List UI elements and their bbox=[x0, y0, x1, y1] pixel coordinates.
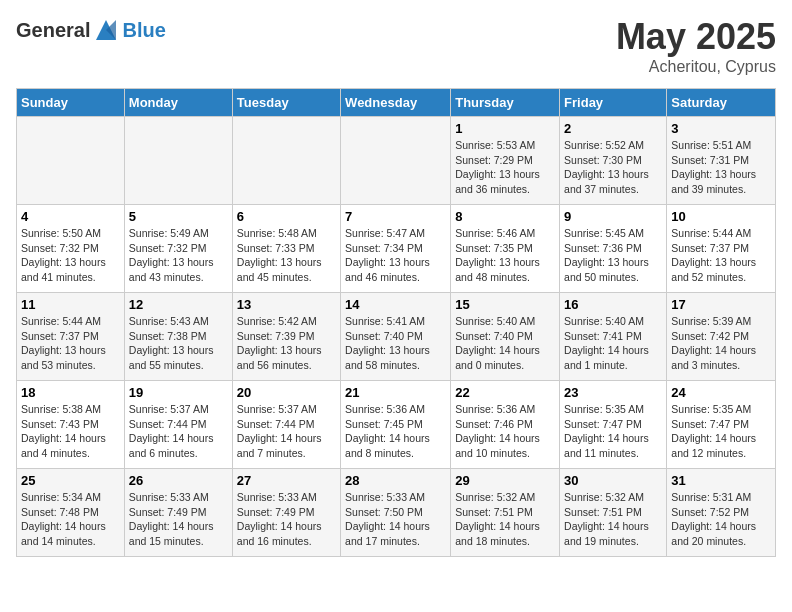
day-number: 11 bbox=[21, 297, 120, 312]
calendar-cell: 2Sunrise: 5:52 AMSunset: 7:30 PMDaylight… bbox=[560, 117, 667, 205]
calendar-cell: 29Sunrise: 5:32 AMSunset: 7:51 PMDayligh… bbox=[451, 469, 560, 557]
day-info: Sunrise: 5:46 AMSunset: 7:35 PMDaylight:… bbox=[455, 226, 555, 285]
day-info: Sunrise: 5:50 AMSunset: 7:32 PMDaylight:… bbox=[21, 226, 120, 285]
calendar-cell: 26Sunrise: 5:33 AMSunset: 7:49 PMDayligh… bbox=[124, 469, 232, 557]
day-number: 3 bbox=[671, 121, 771, 136]
calendar-header-row: SundayMondayTuesdayWednesdayThursdayFrid… bbox=[17, 89, 776, 117]
header-cell-wednesday: Wednesday bbox=[341, 89, 451, 117]
calendar-cell: 1Sunrise: 5:53 AMSunset: 7:29 PMDaylight… bbox=[451, 117, 560, 205]
day-info: Sunrise: 5:48 AMSunset: 7:33 PMDaylight:… bbox=[237, 226, 336, 285]
logo: General Blue bbox=[16, 16, 166, 44]
calendar-cell: 17Sunrise: 5:39 AMSunset: 7:42 PMDayligh… bbox=[667, 293, 776, 381]
day-info: Sunrise: 5:51 AMSunset: 7:31 PMDaylight:… bbox=[671, 138, 771, 197]
day-number: 2 bbox=[564, 121, 662, 136]
day-number: 9 bbox=[564, 209, 662, 224]
day-info: Sunrise: 5:45 AMSunset: 7:36 PMDaylight:… bbox=[564, 226, 662, 285]
header-cell-sunday: Sunday bbox=[17, 89, 125, 117]
calendar-cell: 23Sunrise: 5:35 AMSunset: 7:47 PMDayligh… bbox=[560, 381, 667, 469]
day-number: 5 bbox=[129, 209, 228, 224]
calendar-cell: 15Sunrise: 5:40 AMSunset: 7:40 PMDayligh… bbox=[451, 293, 560, 381]
day-info: Sunrise: 5:35 AMSunset: 7:47 PMDaylight:… bbox=[671, 402, 771, 461]
day-number: 4 bbox=[21, 209, 120, 224]
day-number: 23 bbox=[564, 385, 662, 400]
calendar-cell: 4Sunrise: 5:50 AMSunset: 7:32 PMDaylight… bbox=[17, 205, 125, 293]
day-number: 1 bbox=[455, 121, 555, 136]
header-cell-friday: Friday bbox=[560, 89, 667, 117]
calendar-week-row: 4Sunrise: 5:50 AMSunset: 7:32 PMDaylight… bbox=[17, 205, 776, 293]
calendar-cell: 12Sunrise: 5:43 AMSunset: 7:38 PMDayligh… bbox=[124, 293, 232, 381]
day-number: 30 bbox=[564, 473, 662, 488]
day-info: Sunrise: 5:31 AMSunset: 7:52 PMDaylight:… bbox=[671, 490, 771, 549]
calendar-cell bbox=[17, 117, 125, 205]
day-info: Sunrise: 5:32 AMSunset: 7:51 PMDaylight:… bbox=[455, 490, 555, 549]
logo-icon bbox=[92, 16, 120, 44]
day-number: 15 bbox=[455, 297, 555, 312]
day-number: 19 bbox=[129, 385, 228, 400]
day-info: Sunrise: 5:49 AMSunset: 7:32 PMDaylight:… bbox=[129, 226, 228, 285]
header-cell-thursday: Thursday bbox=[451, 89, 560, 117]
day-info: Sunrise: 5:40 AMSunset: 7:41 PMDaylight:… bbox=[564, 314, 662, 373]
calendar-week-row: 1Sunrise: 5:53 AMSunset: 7:29 PMDaylight… bbox=[17, 117, 776, 205]
day-number: 18 bbox=[21, 385, 120, 400]
day-info: Sunrise: 5:33 AMSunset: 7:49 PMDaylight:… bbox=[237, 490, 336, 549]
calendar-cell: 18Sunrise: 5:38 AMSunset: 7:43 PMDayligh… bbox=[17, 381, 125, 469]
day-number: 28 bbox=[345, 473, 446, 488]
calendar-cell: 14Sunrise: 5:41 AMSunset: 7:40 PMDayligh… bbox=[341, 293, 451, 381]
calendar-cell: 10Sunrise: 5:44 AMSunset: 7:37 PMDayligh… bbox=[667, 205, 776, 293]
header-cell-monday: Monday bbox=[124, 89, 232, 117]
calendar-week-row: 18Sunrise: 5:38 AMSunset: 7:43 PMDayligh… bbox=[17, 381, 776, 469]
day-info: Sunrise: 5:42 AMSunset: 7:39 PMDaylight:… bbox=[237, 314, 336, 373]
header-cell-saturday: Saturday bbox=[667, 89, 776, 117]
day-number: 6 bbox=[237, 209, 336, 224]
calendar-cell: 11Sunrise: 5:44 AMSunset: 7:37 PMDayligh… bbox=[17, 293, 125, 381]
day-number: 21 bbox=[345, 385, 446, 400]
day-info: Sunrise: 5:36 AMSunset: 7:45 PMDaylight:… bbox=[345, 402, 446, 461]
calendar-cell: 20Sunrise: 5:37 AMSunset: 7:44 PMDayligh… bbox=[232, 381, 340, 469]
calendar-location: Acheritou, Cyprus bbox=[616, 58, 776, 76]
calendar-cell: 16Sunrise: 5:40 AMSunset: 7:41 PMDayligh… bbox=[560, 293, 667, 381]
day-number: 12 bbox=[129, 297, 228, 312]
day-number: 22 bbox=[455, 385, 555, 400]
day-info: Sunrise: 5:41 AMSunset: 7:40 PMDaylight:… bbox=[345, 314, 446, 373]
calendar-week-row: 11Sunrise: 5:44 AMSunset: 7:37 PMDayligh… bbox=[17, 293, 776, 381]
calendar-cell: 24Sunrise: 5:35 AMSunset: 7:47 PMDayligh… bbox=[667, 381, 776, 469]
day-number: 25 bbox=[21, 473, 120, 488]
day-number: 10 bbox=[671, 209, 771, 224]
day-number: 17 bbox=[671, 297, 771, 312]
day-number: 20 bbox=[237, 385, 336, 400]
calendar-cell: 3Sunrise: 5:51 AMSunset: 7:31 PMDaylight… bbox=[667, 117, 776, 205]
calendar-cell: 19Sunrise: 5:37 AMSunset: 7:44 PMDayligh… bbox=[124, 381, 232, 469]
calendar-title-block: May 2025 Acheritou, Cyprus bbox=[616, 16, 776, 76]
calendar-cell: 9Sunrise: 5:45 AMSunset: 7:36 PMDaylight… bbox=[560, 205, 667, 293]
calendar-cell bbox=[124, 117, 232, 205]
calendar-cell: 7Sunrise: 5:47 AMSunset: 7:34 PMDaylight… bbox=[341, 205, 451, 293]
page-header: General Blue May 2025 Acheritou, Cyprus bbox=[16, 16, 776, 76]
day-number: 31 bbox=[671, 473, 771, 488]
day-number: 14 bbox=[345, 297, 446, 312]
day-info: Sunrise: 5:53 AMSunset: 7:29 PMDaylight:… bbox=[455, 138, 555, 197]
calendar-month-title: May 2025 bbox=[616, 16, 776, 58]
calendar-cell: 31Sunrise: 5:31 AMSunset: 7:52 PMDayligh… bbox=[667, 469, 776, 557]
day-number: 16 bbox=[564, 297, 662, 312]
day-info: Sunrise: 5:39 AMSunset: 7:42 PMDaylight:… bbox=[671, 314, 771, 373]
day-info: Sunrise: 5:33 AMSunset: 7:50 PMDaylight:… bbox=[345, 490, 446, 549]
day-info: Sunrise: 5:36 AMSunset: 7:46 PMDaylight:… bbox=[455, 402, 555, 461]
day-info: Sunrise: 5:32 AMSunset: 7:51 PMDaylight:… bbox=[564, 490, 662, 549]
day-number: 7 bbox=[345, 209, 446, 224]
calendar-cell: 27Sunrise: 5:33 AMSunset: 7:49 PMDayligh… bbox=[232, 469, 340, 557]
calendar-cell: 22Sunrise: 5:36 AMSunset: 7:46 PMDayligh… bbox=[451, 381, 560, 469]
day-info: Sunrise: 5:34 AMSunset: 7:48 PMDaylight:… bbox=[21, 490, 120, 549]
calendar-cell: 6Sunrise: 5:48 AMSunset: 7:33 PMDaylight… bbox=[232, 205, 340, 293]
calendar-cell: 8Sunrise: 5:46 AMSunset: 7:35 PMDaylight… bbox=[451, 205, 560, 293]
day-info: Sunrise: 5:37 AMSunset: 7:44 PMDaylight:… bbox=[237, 402, 336, 461]
calendar-cell: 30Sunrise: 5:32 AMSunset: 7:51 PMDayligh… bbox=[560, 469, 667, 557]
calendar-cell: 21Sunrise: 5:36 AMSunset: 7:45 PMDayligh… bbox=[341, 381, 451, 469]
calendar-cell: 5Sunrise: 5:49 AMSunset: 7:32 PMDaylight… bbox=[124, 205, 232, 293]
day-info: Sunrise: 5:47 AMSunset: 7:34 PMDaylight:… bbox=[345, 226, 446, 285]
calendar-cell bbox=[341, 117, 451, 205]
day-info: Sunrise: 5:37 AMSunset: 7:44 PMDaylight:… bbox=[129, 402, 228, 461]
calendar-cell: 13Sunrise: 5:42 AMSunset: 7:39 PMDayligh… bbox=[232, 293, 340, 381]
day-number: 29 bbox=[455, 473, 555, 488]
day-number: 27 bbox=[237, 473, 336, 488]
day-number: 8 bbox=[455, 209, 555, 224]
